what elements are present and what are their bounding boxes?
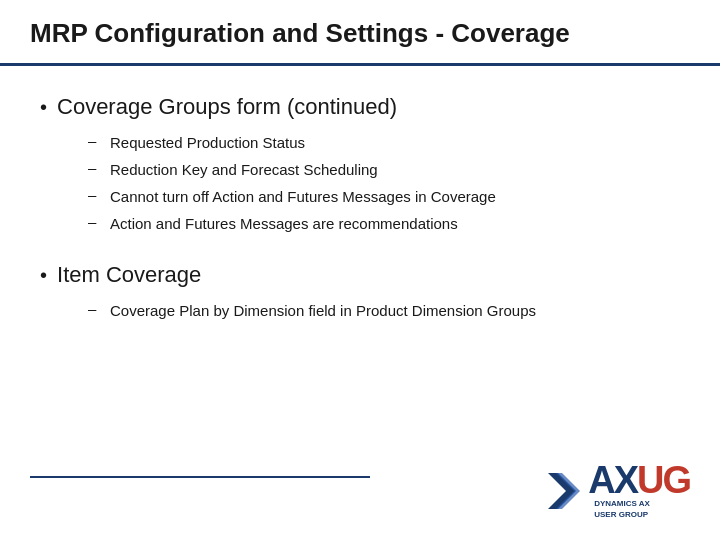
sub-item-1: – Requested Production Status bbox=[88, 132, 680, 153]
sub-item-3: – Cannot turn off Action and Futures Mes… bbox=[88, 186, 680, 207]
section2-sub-items: – Coverage Plan by Dimension field in Pr… bbox=[88, 300, 680, 321]
dash-5: – bbox=[88, 300, 100, 317]
logo-text-container: AX UG DYNAMICS AX USER GROUP bbox=[588, 461, 690, 520]
bullet-dot-2: • bbox=[40, 264, 47, 287]
section1-sub-items: – Requested Production Status – Reductio… bbox=[88, 132, 680, 234]
dash-1: – bbox=[88, 132, 100, 149]
dash-4: – bbox=[88, 213, 100, 230]
sub-item-4: – Action and Futures Messages are recomm… bbox=[88, 213, 680, 234]
logo-ax-text: AX bbox=[588, 461, 637, 499]
sub-item-text-2: Reduction Key and Forecast Scheduling bbox=[110, 159, 378, 180]
section-coverage-groups: • Coverage Groups form (continued) – Req… bbox=[40, 94, 680, 234]
slide-title: MRP Configuration and Settings - Coverag… bbox=[30, 18, 690, 49]
footer-divider bbox=[30, 476, 370, 478]
slide: MRP Configuration and Settings - Coverag… bbox=[0, 0, 720, 540]
axug-logo: AX UG DYNAMICS AX USER GROUP bbox=[548, 461, 690, 520]
section1-heading-text: Coverage Groups form (continued) bbox=[57, 94, 397, 120]
sub-item-5: – Coverage Plan by Dimension field in Pr… bbox=[88, 300, 680, 321]
logo-ug-text: UG bbox=[637, 461, 690, 499]
sub-item-text-5: Coverage Plan by Dimension field in Prod… bbox=[110, 300, 536, 321]
dash-3: – bbox=[88, 186, 100, 203]
section1-heading-row: • Coverage Groups form (continued) bbox=[40, 94, 680, 120]
sub-item-text-3: Cannot turn off Action and Futures Messa… bbox=[110, 186, 496, 207]
sub-item-text-4: Action and Futures Messages are recommen… bbox=[110, 213, 458, 234]
sub-item-text-1: Requested Production Status bbox=[110, 132, 305, 153]
slide-header: MRP Configuration and Settings - Coverag… bbox=[0, 0, 720, 66]
section-item-coverage: • Item Coverage – Coverage Plan by Dimen… bbox=[40, 262, 680, 321]
slide-content: • Coverage Groups form (continued) – Req… bbox=[0, 66, 720, 369]
logo-sub-text: DYNAMICS AX USER GROUP bbox=[594, 499, 664, 520]
logo-chevron-icon bbox=[548, 469, 584, 513]
logo-area: AX UG DYNAMICS AX USER GROUP bbox=[548, 461, 690, 520]
bullet-dot-1: • bbox=[40, 96, 47, 119]
logo-main-text: AX UG bbox=[588, 461, 690, 499]
section2-heading-text: Item Coverage bbox=[57, 262, 201, 288]
section2-heading-row: • Item Coverage bbox=[40, 262, 680, 288]
sub-item-2: – Reduction Key and Forecast Scheduling bbox=[88, 159, 680, 180]
dash-2: – bbox=[88, 159, 100, 176]
